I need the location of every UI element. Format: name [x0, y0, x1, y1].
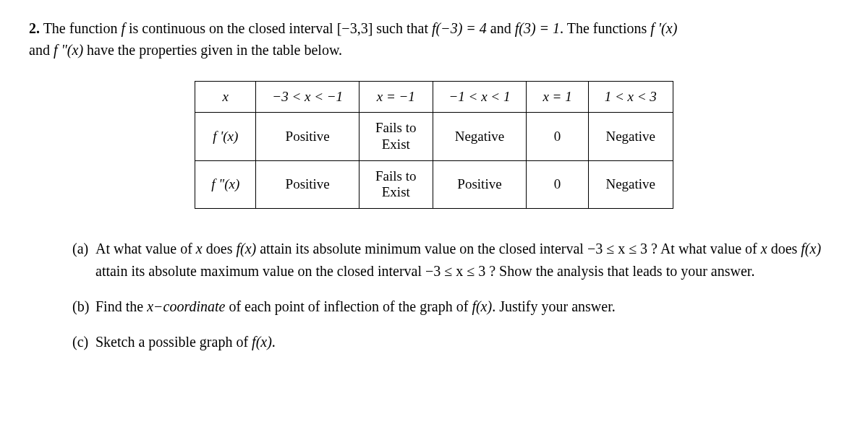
part-body: Find the x−coordinate of each point of i… [95, 296, 839, 318]
properties-table: x −3 < x < −1 x = −1 −1 < x < 1 x = 1 1 … [195, 81, 673, 209]
part-body: At what value of x does f(x) attain its … [95, 238, 839, 282]
intro-text: and [29, 42, 54, 58]
header-col: −3 < x < −1 [256, 82, 359, 113]
cell-value: Negative [433, 113, 527, 161]
part-a: (a) At what value of x does f(x) attain … [72, 238, 839, 282]
question-parts: (a) At what value of x does f(x) attain … [29, 238, 839, 353]
table-row: f '(x) Positive Fails toExist Negative 0… [195, 113, 673, 161]
interval-text: [−3,3] [337, 20, 373, 36]
cell-value: Positive [256, 113, 359, 161]
header-x: x [195, 82, 256, 113]
part-body: Sketch a possible graph of f(x). [95, 331, 839, 353]
problem-number: 2. [29, 20, 40, 36]
row-label: f "(x) [195, 160, 256, 209]
f-neg3-value: f(−3) = 4 [432, 20, 487, 36]
f-prime: f '(x) [650, 20, 677, 36]
part-label: (b) [72, 296, 95, 318]
part-b: (b) Find the x−coordinate of each point … [72, 296, 839, 318]
problem-statement: 2. The function f is continuous on the c… [29, 17, 839, 61]
intro-text: The function [43, 20, 122, 36]
header-col: x = 1 [527, 82, 588, 113]
cell-value: Positive [256, 160, 359, 209]
cell-value: Positive [433, 160, 527, 209]
cell-value: Negative [588, 113, 673, 161]
intro-text: . The functions [560, 20, 650, 36]
cell-value: 0 [527, 160, 588, 209]
header-col: −1 < x < 1 [433, 82, 527, 113]
cell-value: Fails toExist [359, 160, 433, 209]
part-label: (a) [72, 238, 95, 282]
header-col: 1 < x < 3 [588, 82, 673, 113]
intro-text: and [487, 20, 515, 36]
f-double-prime: f "(x) [54, 42, 83, 58]
cell-value: 0 [527, 113, 588, 161]
table-row: x −3 < x < −1 x = −1 −1 < x < 1 x = 1 1 … [195, 82, 673, 113]
part-label: (c) [72, 331, 95, 353]
row-label: f '(x) [195, 113, 256, 161]
cell-value: Negative [588, 160, 673, 209]
header-col: x = −1 [359, 82, 433, 113]
intro-text: is continuous on the closed interval [125, 20, 337, 36]
intro-text: have the properties given in the table b… [83, 42, 342, 58]
cell-value: Fails toExist [359, 113, 433, 161]
intro-text: such that [373, 20, 432, 36]
part-c: (c) Sketch a possible graph of f(x). [72, 331, 839, 353]
table-row: f "(x) Positive Fails toExist Positive 0… [195, 160, 673, 209]
f-3-value: f(3) = 1 [515, 20, 560, 36]
